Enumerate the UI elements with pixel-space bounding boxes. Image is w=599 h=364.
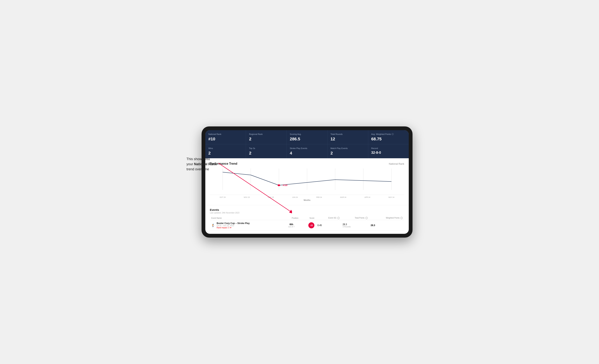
info-icon-total-points: i — [365, 217, 368, 219]
stat-wins-value: 2 — [208, 151, 243, 156]
chart-x-labels: OCT 23 NOV 23 DEC 23 JAN 24 FEB 24 MAR 2… — [210, 196, 404, 198]
stat-match-play-events-value: 2 — [331, 151, 365, 156]
events-table: Event Name Position Score Event SG i — [210, 216, 404, 231]
stat-top3s-value: 2 — [249, 151, 283, 156]
event-sg: 0.45 — [316, 220, 341, 231]
stat-total-rounds-label: Total Rounds — [331, 133, 365, 135]
event-score: -22 — [300, 220, 316, 231]
chart-x-label-nov23: NOV 23 — [235, 196, 259, 198]
section-header: Performance Trend National Rank — [210, 162, 404, 165]
annotation-line2-bold: National Rank — [194, 162, 217, 166]
stat-stroke-play-events: Stroke Play Events 4 — [287, 144, 327, 158]
tablet-screen: National Rank #10 Regional Rank 2 Scorin… — [205, 130, 409, 234]
info-icon-event-sg: i — [337, 217, 340, 219]
stat-total-rounds-value: 12 — [331, 137, 365, 142]
events-title: Events — [210, 208, 404, 211]
event-position: 6th out of 7 — [283, 220, 300, 231]
chart-x-label-apr24: APR 24 — [355, 196, 379, 198]
col-event-name: Event Name — [210, 216, 283, 220]
stat-scoring-avg-label: Scoring Avg. — [290, 133, 324, 135]
event-name: Buster Cozy Cup – Stroke Play — [217, 222, 250, 225]
stat-match-play-events: Match Play Events 2 — [327, 144, 368, 158]
performance-chart: #10 — [210, 169, 404, 195]
chart-x-label-oct23: OCT 23 — [211, 196, 235, 198]
stat-match-play-events-label: Match Play Events — [331, 147, 365, 150]
chart-svg: #10 — [210, 169, 404, 195]
annotation-line1: This shows you — [186, 157, 210, 161]
annotation-text: This shows you your National Rank trend … — [186, 157, 217, 172]
events-table-body: 🏌 Buster Cozy Cup – Stroke Play Oct 9 – … — [210, 220, 404, 231]
stat-regional-rank-value: 2 — [249, 137, 283, 142]
events-table-header: Event Name Position Score Event SG i — [210, 216, 404, 220]
chart-x-label-feb24: FEB 24 — [307, 196, 331, 198]
chart-x-label-jan24: JAN 24 — [283, 196, 307, 198]
stats-grid: National Rank #10 Regional Rank 2 Scorin… — [205, 130, 409, 159]
stat-record-label: Record — [371, 147, 406, 150]
stat-stroke-play-events-label: Stroke Play Events — [290, 147, 324, 150]
stat-top3s-label: Top 3s — [249, 147, 283, 150]
col-event-sg: Event SG i — [316, 216, 341, 220]
table-row: 🏌 Buster Cozy Cup – Stroke Play Oct 9 – … — [210, 220, 404, 231]
stat-stroke-play-events-value: 4 — [290, 151, 324, 156]
performance-trend-section: Performance Trend National Rank — [205, 158, 409, 205]
events-section: Events Last updated: 24th November 2023 … — [205, 205, 409, 234]
stat-national-rank-label: National Rank — [208, 133, 243, 135]
col-position: Position — [283, 216, 300, 220]
chart-x-label-may24: MAY 24 — [379, 196, 404, 198]
info-icon-weighted-points: i — [400, 217, 403, 219]
page-wrapper: This shows you your National Rank trend … — [186, 126, 413, 238]
svg-text:#10: #10 — [283, 184, 287, 186]
stat-total-rounds: Total Rounds 12 — [327, 130, 368, 144]
stat-wins-label: Wins — [208, 147, 243, 150]
stat-record: Record 32-8-0 — [368, 144, 409, 158]
event-weighted-points: 28.3 — [369, 220, 404, 231]
chart-x-label-mar24: MAR 24 — [331, 196, 355, 198]
stat-wins: Wins 2 — [205, 144, 246, 158]
col-total-points: Total Points i — [341, 216, 369, 220]
annotation-line2-prefix: your — [186, 162, 194, 166]
stat-national-rank: National Rank #10 — [205, 130, 246, 144]
col-score: Score — [300, 216, 316, 220]
performance-trend-subtitle: National Rank — [389, 162, 404, 165]
stat-avg-weighted-points: Avg. Weighted Points ⓘ 68.75 — [368, 130, 409, 144]
stat-scoring-avg-value: 286.5 — [290, 137, 324, 142]
annotation-line3: trend over time — [186, 167, 209, 171]
tablet-inner: National Rank #10 Regional Rank 2 Scorin… — [205, 130, 409, 234]
stat-avg-weighted-points-value: 68.75 — [371, 137, 406, 142]
event-icon: 🏌 — [211, 224, 215, 227]
stat-top3s: Top 3s 2 — [246, 144, 287, 158]
stat-national-rank-value: #10 — [208, 137, 243, 142]
stat-avg-weighted-points-label: Avg. Weighted Points ⓘ — [371, 133, 406, 135]
event-date: Oct 9 – Oct 10, 2023 — [217, 225, 250, 227]
score-badge: -22 — [308, 222, 314, 228]
event-cell: 🏌 Buster Cozy Cup – Stroke Play Oct 9 – … — [210, 220, 283, 231]
events-last-updated: Last updated: 24th November 2023 — [210, 212, 404, 214]
chart-x-label-dec23: DEC 23 — [259, 196, 283, 198]
stat-scoring-avg: Scoring Avg. 286.5 — [287, 130, 327, 144]
stat-regional-rank: Regional Rank 2 — [246, 130, 287, 144]
svg-point-9 — [278, 185, 280, 186]
col-weighted-points: Weighted Points i — [369, 216, 404, 220]
event-rank-impact: Rank Impact: 3 ▼ — [217, 227, 250, 229]
stat-regional-rank-label: Regional Rank — [249, 133, 283, 135]
stat-record-value: 32-8-0 — [371, 151, 406, 155]
tablet-frame: National Rank #10 Regional Rank 2 Scorin… — [202, 126, 413, 238]
event-total-points: 28.3 3 Rounds — [341, 220, 369, 231]
chart-x-axis-title: Months — [210, 199, 404, 201]
